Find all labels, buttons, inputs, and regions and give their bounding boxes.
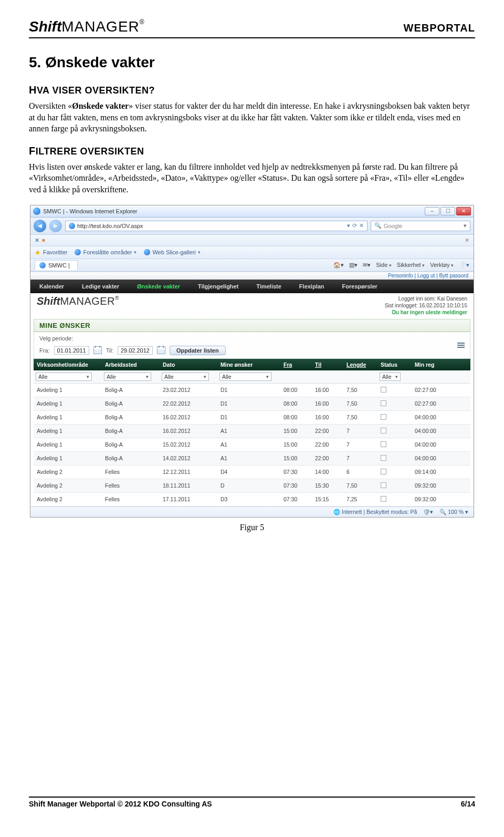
nav-flexiplan[interactable]: Flexiplan [290,280,333,293]
cell-arbeidssted: Felles [102,493,160,506]
status-checkbox[interactable] [381,469,386,474]
status-checkbox[interactable] [381,455,386,461]
cell-status [377,438,412,451]
cell-fra: 15:00 [280,452,312,465]
cell-minreg: 02:27:00 [412,397,454,410]
th-til[interactable]: Til [312,359,343,370]
cell-til: 22:00 [312,438,343,451]
til-label: Til: [106,347,113,354]
cell-arbeidssted: Felles [102,479,160,492]
web-slice[interactable]: Web Slice-galleri [144,249,200,255]
ie-icon [33,208,40,215]
table-row[interactable]: Avdeling 1Bolig-A15.02.2012A115:0022:007… [34,438,470,452]
stop-icon[interactable]: ✕ [359,222,364,229]
cell-mine: D4 [217,466,280,479]
status-checkbox[interactable] [381,387,386,392]
status-checkbox[interactable] [381,482,386,488]
th-lengde[interactable]: Lengde [343,359,377,370]
nav-onskede[interactable]: Ønskede vakter [128,280,189,293]
cell-fra: 07:30 [280,493,312,506]
login-messages[interactable]: Du har ingen uleste meldinger [385,309,467,316]
nav-ledige[interactable]: Ledige vakter [73,280,128,293]
nav-kalender[interactable]: Kalender [30,280,73,293]
safety-menu[interactable]: Sikkerhet [397,262,425,268]
nav-foresporsler[interactable]: Forespørsler [333,280,386,293]
th-arbeidssted[interactable]: Arbeidssted [102,359,160,370]
close-button[interactable]: ✕ [456,207,471,215]
dropdown-icon[interactable]: ▾ [347,222,350,229]
search-dropdown-icon[interactable]: ▾ [464,222,467,229]
table-row[interactable]: Avdeling 1Bolig-A22.02.2012D108:0016:007… [34,397,470,411]
cell-fra: 08:00 [280,384,312,397]
cell-arbeidssted: Felles [102,466,160,479]
tab-label: SMWC | [48,262,70,268]
nav-tilgjengelighet[interactable]: Tilgjengelighet [189,280,247,293]
th-mine[interactable]: Mine ønsker [217,359,280,370]
filter-status[interactable]: Alle [380,373,401,381]
filter-dato[interactable]: Alle [162,373,209,381]
status-checkbox[interactable] [381,428,386,433]
cell-minreg: 09:32:00 [412,479,454,492]
fra-input[interactable]: 01.01.2011 [54,346,89,355]
th-minreg[interactable]: Min reg [412,359,454,370]
filter-arbeidssted[interactable]: Alle [104,373,151,381]
maximize-button[interactable]: ☐ [440,207,455,215]
table-row[interactable]: Avdeling 1Bolig-A14.02.2012A115:0022:007… [34,452,470,466]
status-checkbox[interactable] [381,441,386,447]
th-virksomhet[interactable]: Virksomhet/område [34,359,102,370]
status-checkbox[interactable] [381,400,386,406]
cell-mine: D1 [217,397,280,410]
subhead-initial: F [29,145,36,157]
status-checkbox[interactable] [381,496,386,502]
suggested-sites[interactable]: Foreslåtte områder [75,249,136,255]
calendar-icon[interactable] [157,346,165,354]
cell-virksomhet: Avdeling 1 [34,438,102,451]
url-field[interactable]: http://test.kdo.no/OV.aspx ▾ ⟳ ✕ [65,221,368,231]
table-row[interactable]: Avdeling 1Bolig-A23.02.2012D108:0016:007… [34,384,470,397]
cell-virksomhet: Avdeling 2 [34,479,102,492]
nav-timeliste[interactable]: Timeliste [247,280,290,293]
subhead-filtrere: FILTRERE OVERSIKTEN [29,145,475,157]
figure-caption: Figur 5 [29,523,475,532]
cell-arbeidssted: Bolig-A [102,452,160,465]
feeds-icon[interactable]: ▧▾ [349,262,358,268]
zoom-control[interactable]: 🔍 100 % ▾ [439,509,468,515]
update-button[interactable]: Oppdater listen [170,346,226,355]
favorites-label[interactable]: Favoritter [43,249,67,255]
search-box[interactable]: 🔍 Google ▾ [371,221,470,231]
cell-dato: 23.02.2012 [160,384,217,397]
filter-virksomhet[interactable]: Alle [36,373,92,381]
menu-icon[interactable] [457,343,465,348]
th-status[interactable]: Status [377,359,412,370]
minimize-button[interactable]: – [425,207,439,215]
top-links[interactable]: Personinfo | Logg ut | Bytt passord [30,272,474,280]
cell-til: 14:00 [312,466,343,479]
table-row[interactable]: Avdeling 2Felles17.11.2011D307:3015:157,… [34,493,470,507]
cell-mine: D1 [217,384,280,397]
forward-button[interactable]: ► [49,220,62,232]
filter-mine[interactable]: Alle [219,373,271,381]
table-row[interactable]: Avdeling 1Bolig-A16.02.2012A115:0022:007… [34,425,470,438]
table-row[interactable]: Avdeling 2Felles12.12.2011D407:3014:0060… [34,466,470,479]
back-button[interactable]: ◄ [34,220,46,232]
table-row[interactable]: Avdeling 2Felles18.11.2011D07:3015:307,5… [34,479,470,493]
cell-status [377,466,412,479]
cell-arbeidssted: Bolig-A [102,384,160,397]
calendar-icon[interactable] [93,346,102,354]
tools-menu[interactable]: Verktøy [430,262,454,268]
favorites-bar: ★Favoritter Foreslåtte områder Web Slice… [30,246,474,259]
cell-status [377,479,412,492]
help-icon[interactable]: ❔▾ [459,262,469,268]
table-header: Virksomhet/område Arbeidssted Dato Mine … [34,359,470,370]
home-icon[interactable]: 🏠▾ [333,262,344,268]
table-row[interactable]: Avdeling 1Bolig-A16.02.2012D108:0016:007… [34,411,470,425]
logo-thin: MANAGER [61,18,140,35]
tab-smwc[interactable]: SMWC | [35,260,78,270]
status-checkbox[interactable] [381,414,386,420]
th-dato[interactable]: Dato [160,359,217,370]
refresh-icon[interactable]: ⟳ [352,222,357,229]
th-fra[interactable]: Fra [280,359,312,370]
page-menu[interactable]: Side [376,262,392,268]
til-input[interactable]: 29.02.2012 [118,346,153,355]
mail-icon[interactable]: ✉▾ [363,262,371,268]
